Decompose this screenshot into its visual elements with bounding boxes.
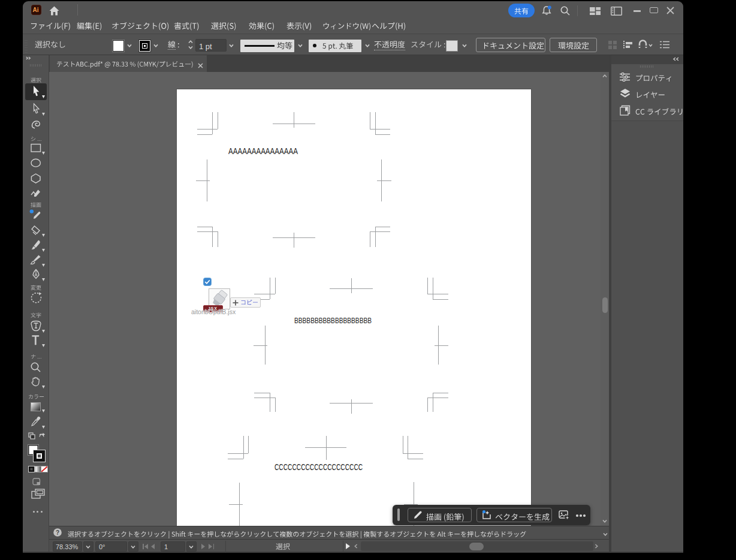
svg-text:?: ? bbox=[56, 529, 59, 536]
